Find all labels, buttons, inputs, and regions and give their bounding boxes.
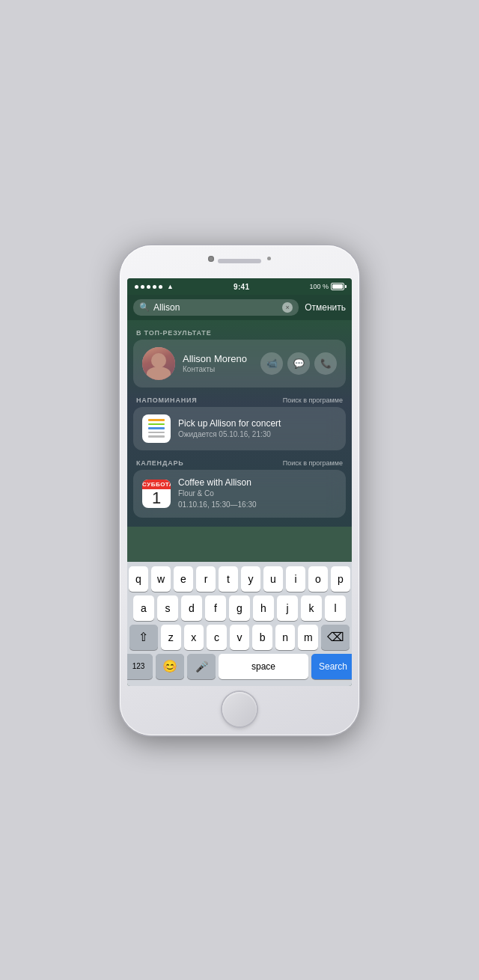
contact-card[interactable]: Allison Moreno Контакты 📹 💬 📞 <box>133 340 346 388</box>
key-x[interactable]: x <box>184 625 204 650</box>
reminder-row: Pick up Allison for concert Ожидается 05… <box>142 414 337 443</box>
top-result-header: В ТОП-РЕЗУЛЬТАТЕ <box>133 325 346 340</box>
reminder-dot-3 <box>148 427 165 429</box>
search-clear-button[interactable]: × <box>282 302 293 313</box>
shift-key[interactable]: ⇧ <box>129 625 158 650</box>
calendar-event-datetime: 01.10.16, 15:30—16:30 <box>178 499 337 510</box>
top-result-title: В ТОП-РЕЗУЛЬТАТЕ <box>136 329 211 337</box>
calendar-title: КАЛЕНДАРЬ <box>136 459 184 467</box>
key-j[interactable]: j <box>277 595 298 621</box>
search-bar: 🔍 Allison × Отменить <box>127 295 352 320</box>
signal-dot-1 <box>135 285 138 289</box>
search-value[interactable]: Allison <box>153 302 278 313</box>
reminder-list-icon <box>148 419 165 438</box>
reminder-line-1 <box>148 432 165 434</box>
key-u[interactable]: u <box>263 566 283 592</box>
search-results: В ТОП-РЕЗУЛЬТАТЕ Allison Moreno Контакты… <box>127 320 352 562</box>
home-button[interactable] <box>222 692 257 726</box>
reminder-icon <box>142 414 171 443</box>
battery-percent: 100 % <box>309 283 329 290</box>
space-key[interactable]: space <box>219 654 308 679</box>
keyboard-row-3: ⇧ z x c v b n m ⌫ <box>129 625 350 650</box>
key-w[interactable]: w <box>151 566 171 592</box>
key-m[interactable]: m <box>298 625 318 650</box>
reminder-dot-1 <box>148 419 165 421</box>
contact-row: Allison Moreno Контакты 📹 💬 📞 <box>142 347 337 380</box>
key-h[interactable]: h <box>253 595 274 621</box>
content-background: В ТОП-РЕЗУЛЬТАТЕ Allison Moreno Контакты… <box>127 320 352 527</box>
calendar-content: Coffee with Allison Flour & Co 01.10.16,… <box>178 477 337 510</box>
keyboard-row-4: 123 😊 🎤 space Search <box>129 654 350 679</box>
emoji-key[interactable]: 😊 <box>156 654 184 679</box>
contact-info: Allison Moreno Контакты <box>183 353 253 374</box>
contact-actions: 📹 💬 📞 <box>260 352 337 375</box>
key-t[interactable]: t <box>219 566 238 592</box>
reminder-date: Ожидается 05.10.16, 21:30 <box>178 430 337 438</box>
key-q[interactable]: q <box>129 566 148 592</box>
key-f[interactable]: f <box>205 595 226 621</box>
video-call-button[interactable]: 📹 <box>260 352 283 375</box>
key-r[interactable]: r <box>196 566 216 592</box>
cancel-button[interactable]: Отменить <box>305 302 346 313</box>
wifi-icon: ▲ <box>167 283 174 290</box>
reminder-card[interactable]: Pick up Allison for concert Ожидается 05… <box>133 407 346 450</box>
key-a[interactable]: a <box>133 595 154 621</box>
calendar-event-title: Coffee with Allison <box>178 477 337 488</box>
reminders-link[interactable]: Поиск в программе <box>283 396 343 404</box>
speaker <box>218 259 261 263</box>
keyboard: q w e r t y u i o p a s d f g h j k <box>127 562 352 686</box>
key-b[interactable]: b <box>252 625 272 650</box>
calendar-card[interactable]: суббота 1 Coffee with Allison Flour & Co… <box>133 470 346 518</box>
search-input-wrap[interactable]: 🔍 Allison × <box>133 299 299 316</box>
numbers-key[interactable]: 123 <box>127 654 153 679</box>
key-l[interactable]: l <box>325 595 346 621</box>
reminder-title: Pick up Allison for concert <box>178 418 337 430</box>
key-z[interactable]: z <box>161 625 181 650</box>
key-d[interactable]: d <box>181 595 202 621</box>
key-c[interactable]: c <box>207 625 227 650</box>
key-s[interactable]: s <box>157 595 178 621</box>
search-key[interactable]: Search <box>311 654 352 679</box>
key-k[interactable]: k <box>301 595 322 621</box>
status-time: 9:41 <box>234 283 249 291</box>
sensor-dot <box>267 257 271 260</box>
calendar-month: суббота <box>142 480 171 489</box>
signal-dot-4 <box>153 285 156 289</box>
key-n[interactable]: n <box>275 625 296 650</box>
key-o[interactable]: o <box>308 566 328 592</box>
battery-icon <box>331 283 344 290</box>
calendar-event-location: Flour & Co <box>178 488 337 499</box>
reminder-content: Pick up Allison for concert Ожидается 05… <box>178 418 337 438</box>
battery-fill <box>332 284 343 289</box>
front-camera <box>208 256 214 262</box>
avatar-image <box>142 347 175 380</box>
phone-shell: ▲ 9:41 100 % 🔍 Allison × Отменить <box>120 245 359 735</box>
calendar-header: КАЛЕНДАРЬ Поиск в программе <box>133 455 346 470</box>
signal-dot-3 <box>147 285 150 289</box>
delete-key[interactable]: ⌫ <box>321 625 350 650</box>
key-g[interactable]: g <box>229 595 250 621</box>
key-p[interactable]: p <box>331 566 350 592</box>
contact-subtitle: Контакты <box>183 365 253 373</box>
calendar-link[interactable]: Поиск в программе <box>283 459 343 467</box>
contact-name: Allison Moreno <box>183 353 253 366</box>
key-y[interactable]: y <box>241 566 260 592</box>
calendar-row: суббота 1 Coffee with Allison Flour & Co… <box>142 477 337 510</box>
key-e[interactable]: e <box>174 566 193 592</box>
reminders-title: НАПОМИНАНИЯ <box>136 396 198 404</box>
key-v[interactable]: v <box>230 625 250 650</box>
mic-key[interactable]: 🎤 <box>187 654 216 679</box>
keyboard-row-2: a s d f g h j k l <box>129 595 350 621</box>
message-button[interactable]: 💬 <box>287 352 310 375</box>
battery-area: 100 % <box>309 283 344 290</box>
phone-call-button[interactable]: 📞 <box>314 352 337 375</box>
calendar-day: 1 <box>142 489 171 508</box>
signal-dot-5 <box>159 285 162 289</box>
calendar-icon: суббота 1 <box>142 480 171 508</box>
screen: ▲ 9:41 100 % 🔍 Allison × Отменить <box>127 278 352 686</box>
signal-area: ▲ <box>135 283 174 290</box>
key-i[interactable]: i <box>286 566 305 592</box>
signal-dot-2 <box>141 285 144 289</box>
status-bar: ▲ 9:41 100 % <box>127 278 352 295</box>
reminder-dot-2 <box>148 423 165 426</box>
